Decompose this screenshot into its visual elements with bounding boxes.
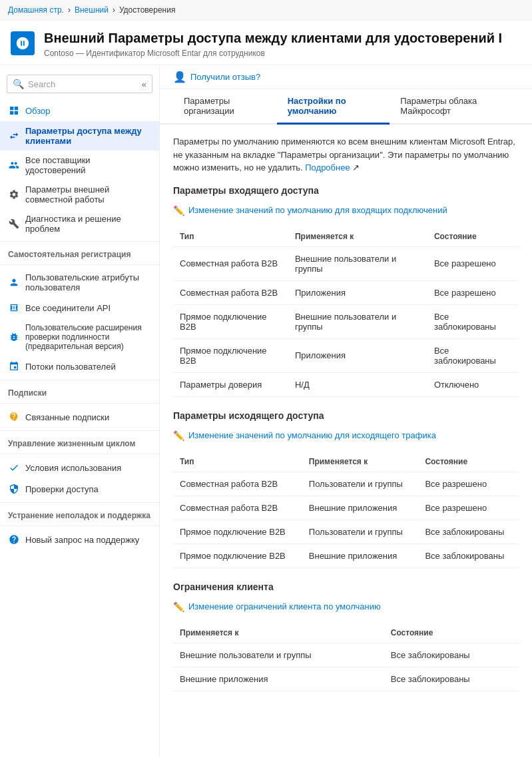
search-box: 🔍 « [7, 75, 152, 93]
page-header-text: Внешний Параметры доступа между клиентам… [44, 30, 502, 58]
table-row: Совместная работа B2B Внешние пользовате… [173, 246, 519, 280]
client-col-status: Состояние [384, 623, 519, 643]
outbound-status-2: Все заблокированы [418, 520, 519, 544]
divider-2 [0, 403, 159, 404]
divider-4 [0, 526, 159, 526]
tab-org[interactable]: Параметры организации [173, 89, 277, 125]
page-subtitle: Contoso — Идентификатор Microsoft Entar … [44, 49, 502, 58]
tab-microsoft-cloud[interactable]: Параметры облака Майкрософт [390, 89, 519, 125]
more-link[interactable]: Подробнее [305, 163, 350, 173]
sidebar-item-terms[interactable]: Условия использования [0, 457, 159, 478]
page-title: Внешний Параметры доступа между клиентам… [44, 30, 502, 46]
table-row: Совместная работа B2B Внешние приложения… [173, 496, 519, 520]
outbound-type-2: Прямое подключение B2B [173, 520, 302, 544]
gear-icon [8, 189, 20, 200]
search-input[interactable] [28, 79, 138, 89]
sidebar-item-flows[interactable]: Потоки пользователей [0, 356, 159, 377]
outbound-col-type: Тип [173, 452, 302, 472]
flows-icon [8, 360, 20, 372]
identity-icon [15, 36, 30, 51]
outbound-status-3: Все заблокированы [418, 544, 519, 568]
outbound-applies-3: Внешние приложения [302, 544, 419, 568]
pencil-icon-outbound: ✏️ [173, 430, 184, 441]
inbound-applies-4: Н/Д [288, 372, 427, 396]
client-applies-0: Внешние пользователи и группы [173, 643, 384, 667]
inbound-type-1: Совместная работа B2B [173, 280, 288, 304]
inbound-section-title: Параметры входящего доступа [173, 185, 519, 196]
content-area: 👤 Получили отзыв? Параметры организации … [160, 65, 532, 757]
sidebar-item-user-attr[interactable]: Пользовательские атрибуты пользователя [0, 268, 159, 297]
collapse-button[interactable]: « [142, 79, 146, 89]
grid-icon [8, 105, 20, 117]
inbound-status-3: Все заблокированы [427, 338, 519, 372]
inbound-edit-link[interactable]: ✏️ Изменение значений по умолчанию для в… [173, 201, 519, 220]
exchange-icon [8, 130, 20, 142]
table-row: Параметры доверия Н/Д Отключено [173, 372, 519, 396]
outbound-edit-link[interactable]: ✏️ Изменение значений по умолчанию для и… [173, 426, 519, 445]
pencil-icon-inbound: ✏️ [173, 205, 184, 216]
sidebar-item-api[interactable]: Все соединители API [0, 297, 159, 318]
table-row: Совместная работа B2B Пользователи и гру… [173, 472, 519, 496]
page-icon [11, 31, 35, 55]
support-icon [8, 534, 20, 546]
sidebar-item-access-reviews[interactable]: Проверки доступа [0, 478, 159, 500]
content-body: Параметры по умолчанию применяются ко вс… [160, 125, 532, 702]
sidebar-item-extensions-label: Пользовательские расширения проверки под… [25, 323, 151, 351]
breadcrumb-home[interactable]: Домашняя стр. [8, 5, 64, 15]
sidebar-item-diag[interactable]: Диагностика и решение проблем [0, 209, 159, 238]
breadcrumb-section[interactable]: Внешний [75, 5, 109, 15]
client-restrictions-edit-link[interactable]: ✏️ Изменение ограничений клиента по умол… [173, 597, 519, 616]
info-text: Параметры по умолчанию применяются ко вс… [173, 135, 519, 175]
client-status-0: Все заблокированы [384, 643, 519, 667]
sidebar-item-support-label: Новый запрос на поддержку [25, 535, 139, 545]
users-icon [8, 159, 20, 171]
inbound-type-2: Прямое подключение B2B [173, 304, 288, 338]
tabs-container: Параметры организации Настройки по умолч… [160, 89, 532, 125]
section-lifecycle: Управление жизненным циклом [0, 430, 159, 451]
subscriptions-icon [8, 411, 20, 423]
inbound-applies-2: Внешние пользователи и группы [288, 304, 427, 338]
inbound-type-0: Совместная работа B2B [173, 246, 288, 280]
sidebar-item-extensions[interactable]: Пользовательские расширения проверки под… [0, 318, 159, 356]
sidebar-item-user-attr-label: Пользовательские атрибуты пользователя [25, 272, 151, 292]
table-row: Прямое подключение B2B Внешние приложени… [173, 544, 519, 568]
sidebar-item-ext-collab[interactable]: Параметры внешней совместной работы [0, 180, 159, 209]
feedback-bar: 👤 Получили отзыв? [160, 65, 532, 89]
inbound-status-0: Все разрешено [427, 246, 519, 280]
pencil-icon-client: ✏️ [173, 601, 184, 612]
table-row: Прямое подключение B2B Пользователи и гр… [173, 520, 519, 544]
inbound-applies-1: Приложения [288, 280, 427, 304]
inbound-col-status: Состояние [427, 226, 519, 247]
sidebar-item-terms-label: Условия использования [25, 463, 121, 473]
breadcrumb: Домашняя стр. › Внешний › Удостоверения [0, 0, 532, 21]
client-restrictions-table: Применяется к Состояние Внешние пользова… [173, 623, 519, 691]
outbound-type-1: Совместная работа B2B [173, 496, 302, 520]
sidebar-item-overview-label: Обзор [25, 106, 51, 116]
inbound-table-header: Тип Применяется к Состояние [173, 226, 519, 247]
sidebar-item-api-label: Все соединители API [25, 303, 111, 313]
outbound-status-0: Все разрешено [418, 472, 519, 496]
sidebar-item-overview[interactable]: Обзор [0, 100, 159, 121]
api-icon [8, 302, 20, 314]
inbound-type-3: Прямое подключение B2B [173, 338, 288, 372]
tab-default[interactable]: Настройки по умолчанию [277, 89, 390, 125]
sidebar-item-subscriptions[interactable]: Связанные подписки [0, 406, 159, 428]
sidebar-item-support[interactable]: Новый запрос на поддержку [0, 529, 159, 550]
divider-3 [0, 454, 159, 454]
access-icon [8, 483, 20, 495]
outbound-col-applies: Применяется к [302, 452, 419, 472]
inbound-col-applies: Применяется к [288, 226, 427, 247]
inbound-applies-0: Внешние пользователи и группы [288, 246, 427, 280]
search-icon: 🔍 [13, 79, 24, 89]
client-status-1: Все заблокированы [384, 667, 519, 691]
feedback-text[interactable]: Получили отзыв? [190, 72, 260, 82]
sidebar-item-cross-tenant[interactable]: Параметры доступа между клиентами [0, 121, 159, 151]
outbound-applies-0: Пользователи и группы [302, 472, 419, 496]
divider-1 [0, 264, 159, 265]
sidebar-item-subscriptions-label: Связанные подписки [25, 412, 109, 422]
inbound-status-2: Все заблокированы [427, 304, 519, 338]
outbound-table: Тип Применяется к Состояние Совместная р… [173, 452, 519, 568]
sidebar-item-cross-tenant-label: Параметры доступа между клиентами [25, 126, 151, 146]
outbound-status-1: Все разрешено [418, 496, 519, 520]
sidebar-item-providers[interactable]: Все поставщики удостоверений [0, 151, 159, 180]
